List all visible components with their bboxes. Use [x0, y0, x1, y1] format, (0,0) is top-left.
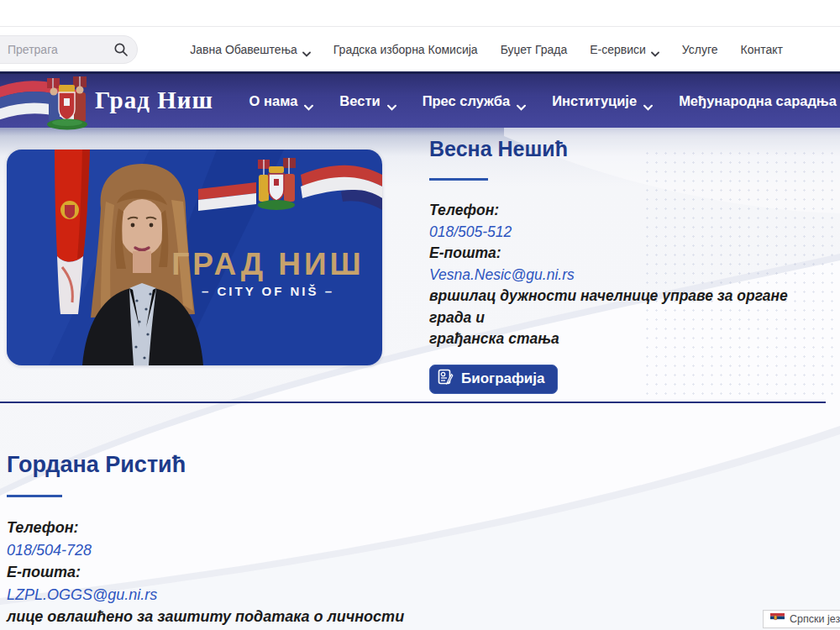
chevron-down-icon	[302, 46, 311, 52]
chevron-down-icon	[304, 98, 312, 104]
site-title[interactable]: Град Ниш	[95, 87, 213, 114]
heading-underline	[429, 178, 488, 181]
contact-info: Телефон: 018/504-728 Е-пошта: LZPL.OGGS@…	[7, 517, 544, 628]
topnav-item-izborna-komisija[interactable]: Градска изборна Комисија	[333, 43, 478, 56]
role-text: вршилац дужности начелнице управе за орг…	[429, 287, 788, 326]
email-link[interactable]: Vesna.Nesic@gu.ni.rs	[429, 266, 575, 283]
mainnav-label: Међународна сарадња	[679, 93, 837, 109]
topnav-item-budzet-grada[interactable]: Буџет Града	[501, 43, 568, 56]
portrait-image: ГРАД НИШ – CITY OF NIŠ –	[7, 150, 382, 365]
biography-button[interactable]: Биографија	[429, 365, 558, 394]
serbian-flag-icon	[770, 613, 785, 625]
mainnav-label: Прес служба	[423, 93, 511, 109]
official-name: Весна Нешић	[429, 137, 831, 161]
topnav-item-javna-obavestenja[interactable]: Јавна Обавештења	[190, 43, 311, 56]
topnav-item-usluge[interactable]: Услуге	[682, 43, 718, 56]
topnav-label: Буџет Града	[501, 43, 568, 56]
mainnav-item-medjunarodna-saradnja[interactable]: Међународна сарадња	[679, 93, 840, 109]
email-label: Е-пошта:	[7, 564, 81, 580]
topnav-label: Услуге	[682, 43, 718, 56]
topnav-label: Контакт	[741, 43, 783, 56]
main-header: Град Ниш О нама Вести Прес служба Инстит…	[0, 71, 840, 128]
backdrop-title: ГРАД НИШ	[171, 247, 365, 281]
language-label: Српски језик	[790, 613, 840, 625]
topnav-item-kontakt[interactable]: Контакт	[741, 43, 783, 56]
biography-icon	[438, 369, 454, 389]
search-button[interactable]	[113, 42, 129, 59]
role-text: грађанска стања	[429, 330, 559, 347]
phone-label: Телефон:	[429, 202, 499, 218]
search-input[interactable]	[8, 43, 100, 56]
topnav-label: Градска изборна Комисија	[333, 43, 478, 56]
email-label: Е-пошта:	[429, 244, 501, 261]
backdrop-subtitle: – CITY OF NIŠ –	[202, 284, 334, 298]
search-box[interactable]	[0, 35, 138, 64]
biography-label: Биографија	[461, 370, 544, 387]
contact-info: Телефон: 018/505-512 Е-пошта: Vesna.Nesi…	[429, 200, 831, 350]
chevron-down-icon	[387, 98, 396, 104]
chevron-down-icon	[517, 98, 525, 104]
official-profile-vesna: Весна Нешић Телефон: 018/505-512 Е-пошта…	[429, 137, 831, 394]
chevron-down-icon	[643, 98, 652, 104]
phone-link[interactable]: 018/504-728	[7, 542, 92, 559]
topnav-item-e-servisi[interactable]: Е-сервиси	[590, 43, 659, 56]
utility-bar: Јавна Обавештења Градска изборна Комисиј…	[0, 27, 840, 71]
top-strip	[0, 0, 840, 27]
mainnav-item-o-nama[interactable]: О нама	[249, 93, 313, 109]
official-name: Гордана Ристић	[7, 452, 544, 478]
main-content: ГРАД НИШ – CITY OF NIŠ – Весна Нешић Тел…	[0, 128, 840, 630]
mainnav-item-institucije[interactable]: Институције	[552, 93, 652, 109]
mainnav-label: О нама	[249, 93, 298, 109]
email-link[interactable]: LZPL.OGGS@gu.ni.rs	[7, 586, 157, 603]
section-divider	[0, 402, 826, 403]
topnav-label: Јавна Обавештења	[190, 43, 297, 56]
main-nav: О нама Вести Прес служба Институције Међ…	[249, 74, 840, 128]
phone-link[interactable]: 018/505-512	[429, 223, 512, 240]
language-selector[interactable]: Српски језик	[763, 610, 840, 628]
mainnav-label: Институције	[552, 93, 637, 109]
utility-nav: Јавна Обавештења Градска изборна Комисиј…	[190, 27, 783, 71]
topnav-label: Е-сервиси	[590, 43, 646, 56]
mainnav-item-pres-sluzba[interactable]: Прес служба	[423, 93, 526, 109]
role-text: лице овлашћено за заштиту података о лич…	[7, 608, 404, 625]
chevron-down-icon	[651, 46, 659, 52]
mainnav-item-vesti[interactable]: Вести	[339, 93, 395, 109]
official-profile-gordana: Гордана Ристић Телефон: 018/504-728 Е-по…	[7, 452, 544, 628]
official-photo: ГРАД НИШ – CITY OF NIŠ –	[7, 150, 382, 365]
page: Јавна Обавештења Градска изборна Комисиј…	[0, 0, 840, 630]
mainnav-label: Вести	[339, 93, 380, 109]
heading-underline	[7, 495, 62, 497]
search-icon	[113, 47, 129, 60]
phone-label: Телефон:	[7, 519, 79, 536]
